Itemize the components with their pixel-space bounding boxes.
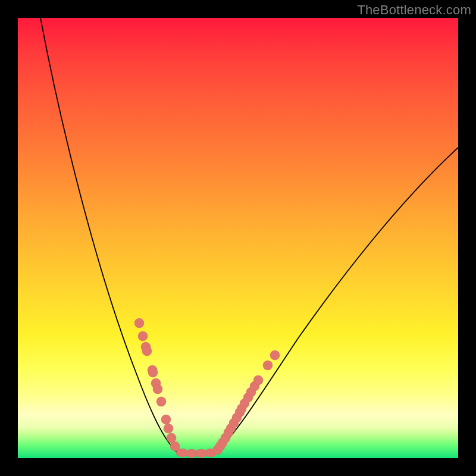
dots-left: [134, 318, 180, 451]
data-point: [138, 331, 148, 341]
data-point: [161, 415, 171, 424]
data-point: [148, 368, 158, 377]
data-point: [142, 346, 152, 356]
chart-frame: TheBottleneck.com: [0, 0, 476, 476]
watermark-label: TheBottleneck.com: [357, 2, 471, 18]
data-point: [134, 318, 144, 328]
data-point: [156, 397, 166, 406]
data-point: [253, 375, 263, 385]
data-point: [153, 384, 162, 394]
data-point: [270, 350, 280, 360]
data-point: [263, 361, 273, 370]
plot-area: [18, 18, 458, 458]
data-point: [167, 433, 176, 443]
curve-layer: [18, 18, 458, 458]
dots-right: [213, 350, 280, 455]
data-point: [164, 424, 173, 433]
